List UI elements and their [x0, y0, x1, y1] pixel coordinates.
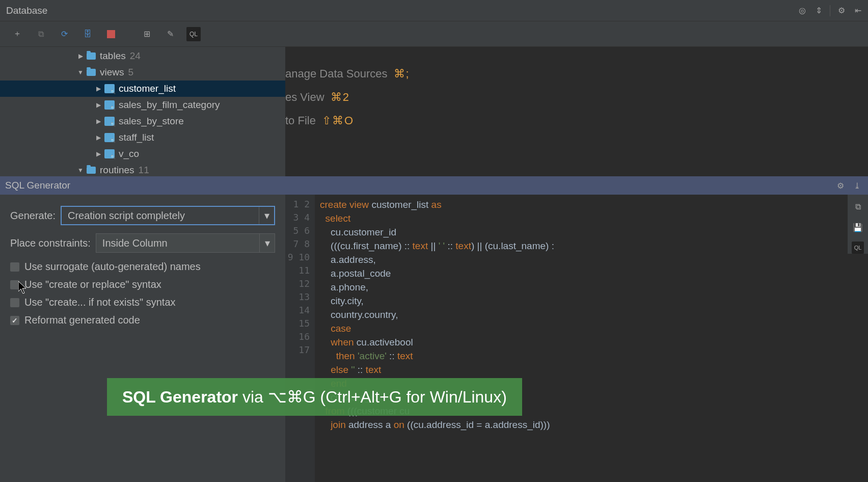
- hide-icon[interactable]: ⇤: [852, 5, 864, 17]
- tree-label: customer_list: [119, 83, 176, 94]
- target-icon[interactable]: ◎: [796, 5, 808, 17]
- add-icon[interactable]: ＋: [10, 27, 24, 41]
- constraints-value: Inside Column: [102, 237, 168, 249]
- editor-hints: anage Data Sources⌘;es View⌘2to File⇧⌘O: [285, 47, 868, 132]
- stop-icon[interactable]: [104, 27, 118, 41]
- chevron-down-icon: ▾: [259, 234, 275, 252]
- sql-generator-header: SQL Generator ⚙ ⤓: [0, 176, 868, 195]
- hint-shortcut: ⌘2: [331, 91, 350, 104]
- generated-sql-code[interactable]: create view customer_list as select cu.c…: [315, 195, 868, 482]
- checkbox[interactable]: [10, 280, 19, 289]
- view-icon: [104, 117, 115, 126]
- checkbox-row[interactable]: Use "create... if not exists" syntax: [10, 297, 275, 308]
- tree-label: v_co: [119, 148, 139, 159]
- ql-icon[interactable]: QL: [852, 242, 864, 254]
- hint-row: to File⇧⌘O: [285, 109, 868, 132]
- tree-label: sales_by_film_category: [119, 99, 220, 111]
- code-gutter: 1 2 3 4 5 6 7 8 9 10 11 12 13 14 15 16 1…: [285, 195, 315, 482]
- hint-label: es View: [285, 91, 324, 104]
- hint-row: es View⌘2: [285, 86, 868, 109]
- tree-row[interactable]: ▶sales_by_film_category: [0, 97, 285, 113]
- collapse-icon[interactable]: ⇕: [812, 5, 825, 17]
- database-panel-header: Database ◎ ⇕ ⚙ ⇤: [0, 0, 868, 21]
- tree-label: tables: [100, 50, 126, 62]
- tree-arrow-icon[interactable]: ▼: [76, 167, 85, 174]
- generate-label: Generate:: [10, 210, 56, 222]
- tree-label: staff_list: [119, 132, 154, 143]
- checkbox-label: Use "create... if not exists" syntax: [24, 297, 176, 308]
- separator: [830, 5, 830, 16]
- save-icon[interactable]: 💾: [852, 221, 864, 233]
- sync-icon[interactable]: 🗄: [80, 27, 95, 41]
- tip-banner: SQL Generator via ⌥⌘G (Ctrl+Alt+G for Wi…: [107, 378, 522, 416]
- tree-arrow-icon[interactable]: ▼: [76, 69, 85, 76]
- tree-row[interactable]: ▶customer_list: [0, 81, 285, 97]
- edit-icon[interactable]: ✎: [163, 27, 177, 41]
- copy-icon[interactable]: ⧉: [34, 27, 48, 41]
- view-icon: [104, 149, 115, 158]
- panel-header-actions: ◎ ⇕ ⚙ ⇤: [796, 5, 864, 17]
- tree-arrow-icon[interactable]: ▶: [94, 85, 102, 92]
- tree-row[interactable]: ▶v_co: [0, 146, 285, 162]
- tree-count: 5: [128, 67, 134, 78]
- tree-row[interactable]: ▼views5: [0, 64, 285, 81]
- tree-arrow-icon[interactable]: ▶: [76, 52, 85, 60]
- table-icon[interactable]: ⊞: [140, 27, 154, 41]
- folder-icon: [87, 69, 96, 76]
- hint-shortcut: ⇧⌘O: [322, 114, 354, 127]
- generate-row: Generate: Creation script completely ▾: [10, 206, 275, 225]
- tip-rest: via ⌥⌘G (Ctrl+Alt+G for Win/Linux): [238, 388, 507, 406]
- hint-row: anage Data Sources⌘;: [285, 62, 868, 86]
- hint-label: to File: [285, 114, 316, 127]
- checkbox-label: Use "create or replace" syntax: [24, 279, 161, 290]
- database-toolbar: ＋ ⧉ ⟳ 🗄 ⊞ ✎ QL: [0, 21, 868, 47]
- tree-count: 24: [130, 50, 141, 62]
- folder-icon: [87, 52, 96, 60]
- code-side-actions: ⧉ 💾 QL: [848, 195, 868, 254]
- generate-select[interactable]: Creation script completely ▾: [61, 206, 275, 225]
- folder-icon: [87, 167, 96, 174]
- checkbox[interactable]: [10, 316, 19, 325]
- tree-row[interactable]: ▶sales_by_store: [0, 113, 285, 129]
- gear-icon[interactable]: ⚙: [835, 5, 848, 17]
- tree-label: routines: [100, 165, 134, 176]
- download-icon[interactable]: ⤓: [851, 179, 863, 192]
- sql-generator-actions: ⚙ ⤓: [834, 179, 863, 192]
- checkbox[interactable]: [10, 262, 19, 272]
- checkbox-row[interactable]: Use "create or replace" syntax: [10, 279, 275, 290]
- constraints-row: Place constraints: Inside Column ▾: [10, 233, 275, 253]
- tree-arrow-icon[interactable]: ▶: [94, 134, 102, 141]
- sql-generator-form: Generate: Creation script completely ▾ P…: [0, 195, 285, 482]
- tree-row[interactable]: ▶staff_list: [0, 129, 285, 146]
- copy-icon[interactable]: ⧉: [852, 201, 864, 213]
- refresh-icon[interactable]: ⟳: [57, 27, 71, 41]
- tree-label: views: [100, 67, 124, 78]
- ql-icon[interactable]: QL: [186, 27, 201, 41]
- constraints-label: Place constraints:: [10, 237, 91, 249]
- tip-strong: SQL Generator: [122, 388, 238, 406]
- checkbox-row[interactable]: Use surrogate (auto-generated) names: [10, 261, 275, 273]
- chevron-down-icon: ▾: [259, 207, 274, 224]
- panel-title: Database: [4, 5, 47, 16]
- tree-arrow-icon[interactable]: ▶: [94, 101, 102, 109]
- view-icon: [104, 84, 115, 93]
- tree-label: sales_by_store: [119, 116, 184, 127]
- hint-shortcut: ⌘;: [394, 67, 410, 81]
- gear-icon[interactable]: ⚙: [834, 179, 847, 192]
- hint-label: anage Data Sources: [285, 67, 388, 81]
- sql-generator-body: Generate: Creation script completely ▾ P…: [0, 195, 868, 482]
- checkbox[interactable]: [10, 298, 19, 307]
- checkbox-label: Use surrogate (auto-generated) names: [24, 261, 201, 273]
- view-icon: [104, 133, 115, 142]
- generated-sql-panel: 1 2 3 4 5 6 7 8 9 10 11 12 13 14 15 16 1…: [285, 195, 868, 482]
- view-icon: [104, 100, 115, 110]
- constraints-select[interactable]: Inside Column ▾: [96, 233, 275, 253]
- generate-value: Creation script completely: [68, 210, 185, 222]
- database-tree[interactable]: ▶tables24▼views5▶customer_list▶sales_by_…: [0, 47, 285, 182]
- tree-count: 11: [139, 165, 149, 176]
- tree-row[interactable]: ▶tables24: [0, 48, 285, 64]
- checkbox-label: Reformat generated code: [24, 314, 140, 326]
- tree-arrow-icon[interactable]: ▶: [94, 150, 102, 157]
- checkbox-row[interactable]: Reformat generated code: [10, 314, 275, 326]
- tree-arrow-icon[interactable]: ▶: [94, 118, 102, 125]
